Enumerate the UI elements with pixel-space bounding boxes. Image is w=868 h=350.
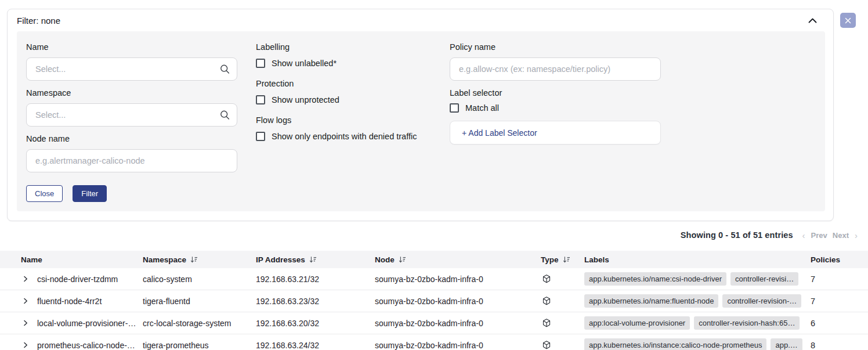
endpoint-name-cell: prometheus-calico-node-…: [21, 341, 143, 350]
endpoint-ip-address: 192.168.63.20/32: [256, 319, 375, 328]
filter-panel: Filter: none Name: [7, 9, 834, 221]
column-header-policies: Policies: [811, 255, 868, 264]
sort-icon[interactable]: [190, 256, 198, 264]
endpoint-policies-count: 8: [811, 341, 868, 350]
sort-icon[interactable]: [309, 256, 317, 264]
sort-icon[interactable]: [399, 256, 406, 264]
column-header-labels: Labels: [584, 255, 811, 264]
endpoint-ip-address: 192.168.63.23/32: [256, 297, 375, 306]
endpoint-name: csi-node-driver-tzdmm: [37, 275, 118, 284]
match-all-label: Match all: [465, 103, 499, 113]
endpoint-policies-count: 7: [811, 275, 868, 284]
close-button[interactable]: Close: [26, 185, 63, 202]
flow-logs-group: Flow logs Show only endpoints with denie…: [256, 116, 431, 141]
endpoint-labels-cell: app.kubernetes.io/instance:calico-node-p…: [584, 338, 811, 350]
namespace-select-input[interactable]: [26, 103, 237, 127]
search-icon: [219, 110, 230, 121]
expand-row-chevron-icon[interactable]: [21, 319, 30, 327]
endpoint-type-cell: [541, 274, 584, 284]
filter-column-middle: Labelling Show unlabelled* Protection Sh…: [256, 42, 431, 202]
node-name-field-label: Node name: [26, 134, 237, 143]
endpoint-namespace: tigera-fluentd: [143, 297, 256, 306]
endpoint-labels-cell: app:local-volume-provisionercontroller-r…: [584, 316, 811, 330]
namespace-field-label: Namespace: [26, 88, 237, 98]
endpoint-namespace: calico-system: [143, 275, 256, 284]
next-page-link[interactable]: Next: [833, 231, 849, 240]
endpoint-policies-count: 6: [811, 319, 868, 328]
show-unlabelled-label: Show unlabelled*: [272, 59, 337, 68]
chevron-up-icon: [808, 18, 817, 23]
filter-panel-header: Filter: none: [8, 9, 833, 31]
label-pill: controller-revisi…: [730, 272, 798, 286]
endpoint-name: fluentd-node-4rr2t: [37, 297, 102, 306]
column-header-ip-addresses[interactable]: IP Addresses: [256, 255, 375, 264]
pod-type-icon: [542, 274, 551, 284]
column-label: Labels: [584, 255, 609, 264]
endpoints-table: NameNamespaceIP AddressesNodeTypeLabelsP…: [0, 251, 868, 350]
filter-button[interactable]: Filter: [73, 185, 107, 202]
endpoints-page: Filter: none Name: [0, 0, 868, 350]
prev-page-link[interactable]: Prev: [811, 231, 827, 240]
pod-type-icon: [542, 340, 551, 350]
endpoint-node: soumya-bz-0zbo-kadm-infra-0: [375, 275, 541, 284]
filter-panel-title: Filter: none: [17, 16, 60, 26]
endpoint-ip-address: 192.168.63.21/32: [256, 275, 375, 284]
endpoint-name: local-volume-provisioner-…: [37, 319, 136, 328]
table-body: csi-node-driver-tzdmmcalico-system192.16…: [0, 268, 868, 350]
table-header-row: NameNamespaceIP AddressesNodeTypeLabelsP…: [0, 251, 868, 268]
add-label-selector-button[interactable]: + Add Label Selector: [450, 121, 661, 145]
label-pill: app.kubernetes.io/name:fluentd-node: [584, 294, 718, 308]
filter-column-right: Policy name Label selector Match all + A…: [450, 42, 661, 202]
column-label: Node: [375, 255, 395, 264]
column-header-node[interactable]: Node: [375, 255, 541, 264]
sort-icon[interactable]: [563, 256, 570, 264]
label-pill: app.…: [771, 338, 802, 350]
policy-name-input[interactable]: [450, 57, 661, 81]
endpoint-labels-cell: app.kubernetes.io/name:fluentd-nodecontr…: [584, 294, 811, 308]
panel-close-button[interactable]: [840, 13, 856, 28]
show-unprotected-checkbox[interactable]: [256, 95, 265, 104]
entries-summary: Showing 0 - 51 of 51 entries: [681, 230, 793, 240]
labelling-group-label: Labelling: [256, 42, 431, 52]
prev-chevron-icon[interactable]: ‹: [802, 231, 806, 240]
protection-group: Protection Show unprotected: [256, 79, 431, 104]
endpoint-node: soumya-bz-0zbo-kadm-infra-0: [375, 297, 541, 306]
label-selector-group-label: Label selector: [450, 88, 661, 98]
endpoint-name-cell: fluentd-node-4rr2t: [21, 297, 143, 306]
column-header-name: Name: [21, 255, 143, 264]
denied-traffic-checkbox[interactable]: [256, 132, 265, 141]
endpoint-namespace: tigera-prometheus: [143, 341, 256, 350]
expand-row-chevron-icon[interactable]: [21, 275, 30, 283]
column-header-type[interactable]: Type: [541, 255, 584, 264]
table-row[interactable]: local-volume-provisioner-…crc-local-stor…: [0, 312, 868, 334]
endpoint-policies-count: 7: [811, 297, 868, 306]
collapse-panel-button[interactable]: [807, 17, 818, 24]
search-icon: [219, 64, 230, 75]
table-row[interactable]: fluentd-node-4rr2ttigera-fluentd192.168.…: [0, 290, 868, 312]
filter-column-left: Name Namespace: [26, 42, 237, 202]
name-select-input[interactable]: [26, 57, 237, 81]
table-row[interactable]: prometheus-calico-node-…tigera-prometheu…: [0, 334, 868, 350]
endpoint-type-cell: [541, 296, 584, 306]
protection-group-label: Protection: [256, 79, 431, 88]
label-pill: controller-revision-…: [722, 294, 801, 308]
endpoint-type-cell: [541, 340, 584, 350]
expand-row-chevron-icon[interactable]: [21, 341, 30, 349]
endpoint-name-cell: csi-node-driver-tzdmm: [21, 275, 143, 284]
next-chevron-icon[interactable]: ›: [854, 231, 858, 240]
column-label: Policies: [811, 255, 840, 264]
column-label: Name: [21, 255, 42, 264]
endpoint-ip-address: 192.168.63.24/32: [256, 341, 375, 350]
endpoint-node: soumya-bz-0zbo-kadm-infra-0: [375, 319, 541, 328]
column-header-namespace[interactable]: Namespace: [143, 255, 256, 264]
label-pill: app.kubernetes.io/instance:calico-node-p…: [584, 338, 766, 350]
match-all-checkbox[interactable]: [450, 103, 459, 113]
show-unlabelled-checkbox[interactable]: [256, 59, 265, 68]
labelling-group: Labelling Show unlabelled*: [256, 42, 431, 68]
expand-row-chevron-icon[interactable]: [21, 297, 30, 305]
node-name-input[interactable]: [26, 149, 237, 172]
pod-type-icon: [542, 296, 551, 306]
table-row[interactable]: csi-node-driver-tzdmmcalico-system192.16…: [0, 268, 868, 290]
endpoint-type-cell: [541, 318, 584, 328]
flow-logs-group-label: Flow logs: [256, 116, 431, 125]
